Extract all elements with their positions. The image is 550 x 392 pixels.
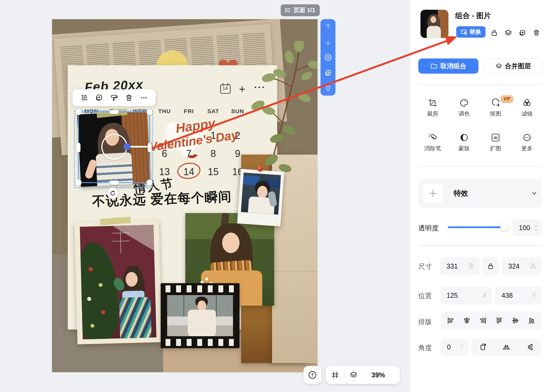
resize-handle-left[interactable]	[76, 143, 80, 152]
artboard[interactable]: Feb 20xx 14 + ··· MON TUE WED THU FRI SA…	[52, 19, 318, 372]
christmas-photo[interactable]	[80, 225, 157, 339]
resize-handle-right[interactable]	[148, 143, 152, 152]
tool-more[interactable]: 更多	[513, 133, 541, 152]
opacity-slider-track[interactable]	[448, 226, 505, 228]
replace-image-icon	[461, 29, 467, 35]
push-pin-decor	[257, 166, 263, 171]
more-options-icon[interactable]	[139, 93, 148, 102]
move-layer-up-icon[interactable]	[324, 22, 332, 31]
tool-mask[interactable]: 蒙版	[451, 133, 478, 152]
tool-filter[interactable]: 滤镜	[513, 98, 541, 117]
stepper-up-icon[interactable]	[534, 224, 538, 227]
page-indicator[interactable]: 页面 1/1	[281, 4, 320, 16]
delete-icon[interactable]	[124, 93, 134, 102]
resize-handle-top-left[interactable]	[76, 109, 82, 115]
duplicate-icon[interactable]	[95, 93, 104, 102]
resize-handle-bottom-right[interactable]	[147, 179, 153, 185]
width-value[interactable]: 331	[447, 262, 468, 270]
ai-expand-icon: AI	[491, 133, 500, 142]
height-input[interactable]: 324 高	[502, 257, 542, 275]
duplicate-icon[interactable]	[518, 28, 527, 37]
position-y-input[interactable]: 438 Y	[495, 286, 542, 304]
layers-panel-icon[interactable]	[350, 371, 358, 379]
zoom-in-icon[interactable]	[324, 53, 332, 61]
design-editor-window: Feb 20xx 14 + ··· MON TUE WED THU FRI SA…	[0, 0, 550, 392]
resize-handle-bottom-left[interactable]	[76, 179, 82, 185]
tool-label: 调色	[458, 110, 470, 117]
cutout-icon	[491, 98, 500, 108]
vip-badge: VIP	[500, 95, 514, 103]
film-strip-photo[interactable]	[161, 283, 240, 348]
replace-button-label: 替换	[469, 28, 481, 36]
properties-panel: 组合 - 图片 替换	[410, 0, 550, 392]
height-value[interactable]: 324	[508, 262, 530, 270]
align-center-horizontal-icon[interactable]	[463, 316, 471, 325]
tool-eraser-pen[interactable]: 消除笔	[419, 133, 446, 152]
grid-toggle-icon[interactable]	[331, 371, 339, 379]
aspect-lock-button[interactable]	[482, 257, 499, 275]
align-top-icon[interactable]	[495, 316, 503, 325]
tool-label: 扩图	[490, 145, 501, 152]
resize-handle-bottom[interactable]	[109, 181, 119, 185]
angle-input[interactable]: 0 °	[441, 338, 468, 356]
position-x-input[interactable]: 125 X	[440, 286, 492, 304]
replace-button[interactable]: 替换	[456, 26, 486, 38]
tool-label: 裁剪	[427, 110, 438, 117]
selection-toolbar	[73, 89, 156, 106]
christmas-photo-paper[interactable]	[74, 220, 162, 344]
resize-handle-top[interactable]	[109, 110, 119, 114]
delete-icon[interactable]	[532, 28, 541, 37]
merge-layers-button[interactable]: 合并图层	[484, 58, 542, 74]
eraser-pen-icon	[428, 133, 438, 142]
panel-title: 组合 - 图片	[455, 11, 491, 21]
opacity-value[interactable]: 100	[519, 224, 534, 232]
rotate-handle[interactable]	[107, 188, 118, 199]
view-controls-bar: 39%	[326, 366, 400, 384]
selected-element-thumbnail	[420, 10, 448, 38]
duplicate-layer-icon[interactable]	[324, 69, 332, 77]
ungroup-button[interactable]: 取消组合	[418, 58, 478, 74]
alignment-toolbar	[441, 311, 542, 330]
polaroid-photo[interactable]	[237, 169, 284, 227]
divider	[418, 245, 542, 246]
weekday: SAT	[201, 108, 225, 115]
align-left-icon[interactable]	[447, 316, 455, 325]
delete-layer-icon[interactable]	[324, 84, 332, 92]
ungroup-button-label: 取消组合	[440, 62, 466, 70]
angle-unit: °	[461, 344, 463, 351]
divider	[418, 84, 542, 85]
lock-icon[interactable]	[490, 28, 499, 37]
align-right-icon[interactable]	[479, 316, 487, 325]
flip-vertical-icon[interactable]	[526, 343, 534, 351]
position-x-value[interactable]: 125	[447, 292, 483, 299]
layers-icon[interactable]	[504, 28, 513, 37]
move-layer-down-icon[interactable]	[324, 38, 332, 46]
opacity-value-box[interactable]: 100	[512, 219, 542, 236]
help-button[interactable]: ?	[303, 366, 321, 384]
palette-icon	[459, 98, 469, 108]
resize-handle-top-right[interactable]	[147, 109, 153, 115]
adjust-drag-dot[interactable]	[124, 143, 131, 150]
flip-horizontal-icon[interactable]	[502, 343, 511, 351]
position-y-value[interactable]: 438	[502, 292, 532, 299]
unlink-icon[interactable]	[80, 93, 89, 102]
tool-crop[interactable]: 裁剪	[419, 98, 446, 117]
add-effect-button[interactable]	[423, 183, 443, 204]
rotate-icon[interactable]	[478, 343, 487, 351]
zoom-level-value[interactable]: 39%	[371, 371, 385, 379]
tool-label: 更多	[521, 145, 533, 152]
height-unit: 高	[530, 262, 536, 270]
tool-ai-expand[interactable]: AI 扩图	[482, 133, 509, 152]
align-middle-vertical-icon[interactable]	[511, 316, 519, 325]
tool-color-adjust[interactable]: 调色	[451, 98, 478, 117]
format-painter-icon[interactable]	[109, 93, 119, 102]
date-cell: 8	[201, 145, 225, 163]
opacity-slider-knob[interactable]	[500, 223, 508, 231]
width-input[interactable]: 331 宽	[440, 257, 480, 275]
align-bottom-icon[interactable]	[528, 316, 536, 325]
effects-section[interactable]: 特效	[418, 179, 542, 208]
adjust-connector-line	[127, 146, 150, 148]
chevron-down-icon[interactable]	[531, 190, 538, 197]
angle-value[interactable]: 0	[447, 343, 461, 351]
stepper-down-icon[interactable]	[534, 228, 538, 231]
